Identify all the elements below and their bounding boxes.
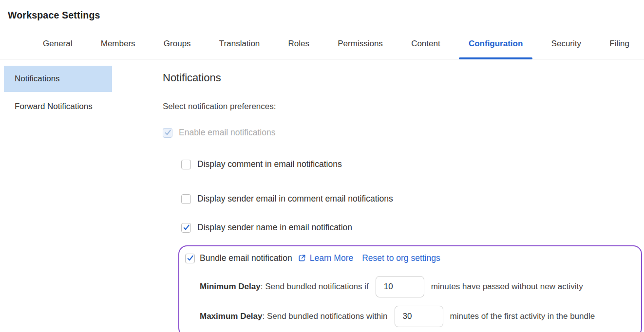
check-icon xyxy=(187,255,194,262)
tab-label: Permissions xyxy=(338,39,383,48)
panel-intro: Select notification preferences: xyxy=(163,102,644,111)
bundle-settings-highlight-box: Bundle email notification Learn More Res… xyxy=(178,245,642,332)
panel-heading: Notifications xyxy=(163,72,644,84)
checkbox-row-display-sender-name: Display sender name in email notificatio… xyxy=(181,222,644,233)
display-comment-checkbox[interactable] xyxy=(181,160,191,169)
reset-to-org-settings-link[interactable]: Reset to org settings xyxy=(362,253,440,263)
checkbox-row-enable-email: Enable email notifications xyxy=(163,128,644,138)
minimum-delay-text: Minimum Delay: Send bundled notification… xyxy=(200,282,369,292)
sidebar-item-notifications[interactable]: Notifications xyxy=(4,66,112,92)
display-sender-email-checkbox[interactable] xyxy=(181,194,191,204)
tab-label: Roles xyxy=(288,39,309,48)
notifications-panel: Notifications Select notification prefer… xyxy=(151,66,644,332)
settings-tabbar: General Members Groups Translation Roles… xyxy=(0,39,644,59)
tab-label: Security xyxy=(551,39,581,48)
maximum-delay-bold: Maximum Delay xyxy=(200,312,263,321)
tab-permissions[interactable]: Permissions xyxy=(338,39,383,59)
minimum-delay-after: minutes have passed without new activity xyxy=(431,282,583,292)
active-tab-underline xyxy=(459,57,532,59)
bundle-email-checkbox[interactable] xyxy=(185,254,195,263)
checkbox-row-bundle-email: Bundle email notification Learn More Res… xyxy=(185,253,636,263)
checkbox-row-display-comment: Display comment in email notifications xyxy=(181,159,644,169)
display-sender-name-label: Display sender name in email notificatio… xyxy=(197,222,352,233)
enable-email-label: Enable email notifications xyxy=(179,128,275,138)
check-icon xyxy=(183,224,190,231)
display-comment-label: Display comment in email notifications xyxy=(197,159,342,169)
settings-sidebar: Notifications Forward Notifications xyxy=(0,66,151,332)
check-icon xyxy=(164,129,171,136)
tab-translation[interactable]: Translation xyxy=(219,39,260,59)
enable-email-checkbox[interactable] xyxy=(163,128,172,138)
tab-content[interactable]: Content xyxy=(411,39,440,59)
tab-label: Groups xyxy=(164,39,191,48)
tab-security[interactable]: Security xyxy=(551,39,581,59)
tab-filing[interactable]: Filing xyxy=(609,39,629,59)
tab-label: Members xyxy=(101,39,135,48)
learn-more-label: Learn More xyxy=(310,253,354,263)
content-area: Notifications Forward Notifications Noti… xyxy=(0,66,644,332)
sidebar-item-forward-notifications[interactable]: Forward Notifications xyxy=(4,93,112,120)
tab-roles[interactable]: Roles xyxy=(288,39,309,59)
minimum-delay-input[interactable] xyxy=(376,276,424,297)
maximum-delay-row: Maximum Delay: Send bundled notification… xyxy=(200,306,636,327)
bundle-email-label: Bundle email notification xyxy=(200,253,292,263)
tab-label: General xyxy=(43,39,72,48)
sidebar-item-label: Notifications xyxy=(15,74,60,84)
checkbox-row-display-sender-email: Display sender email in comment email no… xyxy=(181,194,644,204)
tab-groups[interactable]: Groups xyxy=(164,39,191,59)
external-link-icon xyxy=(297,254,306,263)
tab-general[interactable]: General xyxy=(43,39,72,59)
maximum-delay-input[interactable] xyxy=(395,306,443,327)
maximum-delay-after: minutes of the first activity in the bun… xyxy=(450,312,595,321)
maximum-delay-text: Maximum Delay: Send bundled notification… xyxy=(200,312,388,321)
tab-members[interactable]: Members xyxy=(101,39,135,59)
display-sender-email-label: Display sender email in comment email no… xyxy=(197,194,393,204)
tab-label: Filing xyxy=(609,39,629,48)
tab-label: Configuration xyxy=(469,39,523,48)
minimum-delay-row: Minimum Delay: Send bundled notification… xyxy=(200,276,636,297)
learn-more-link[interactable]: Learn More xyxy=(297,253,354,263)
tab-label: Translation xyxy=(219,39,260,48)
page-header: Workspace Settings xyxy=(0,0,644,21)
minimum-delay-before: : Send bundled notifications if xyxy=(261,282,369,291)
page-title: Workspace Settings xyxy=(8,10,644,21)
reset-label: Reset to org settings xyxy=(362,253,440,263)
sidebar-item-label: Forward Notifications xyxy=(15,102,93,111)
display-sender-name-checkbox[interactable] xyxy=(181,223,191,233)
minimum-delay-bold: Minimum Delay xyxy=(200,282,261,291)
maximum-delay-before: : Send bundled notifications within xyxy=(263,312,388,321)
tab-configuration[interactable]: Configuration xyxy=(469,39,523,59)
tab-label: Content xyxy=(411,39,440,48)
